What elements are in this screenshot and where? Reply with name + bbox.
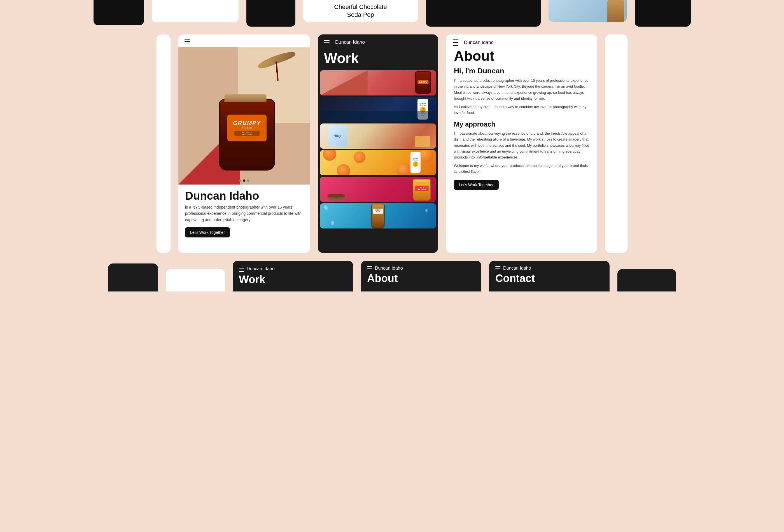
bottom-card-work: Duncan Idaho Work [233, 261, 353, 291]
orange-5 [419, 150, 433, 162]
extra-left-card [157, 34, 170, 253]
top-blue-card [549, 0, 627, 22]
bottom-work-page-title: Work [233, 272, 353, 286]
bottom-extra-right [617, 269, 676, 291]
bottom-card-about: Duncan Idaho About [361, 261, 481, 291]
jar-label: GRUMPY GINGER MALAYSIAN RED CURRY [227, 114, 267, 141]
work-item-1[interactable]: GRUMPY [320, 70, 436, 95]
left-phone-navbar [178, 34, 310, 47]
jar-body: GRUMPY GINGER MALAYSIAN RED CURRY [219, 99, 275, 170]
orange-3 [354, 151, 365, 163]
top-extra-right-dark [635, 0, 691, 27]
welcome-text: Welcome to my world, where your products… [454, 163, 589, 175]
bottom-contact-page-title: Contact [489, 271, 610, 284]
center-phone-navbar: Duncan Idaho [318, 34, 438, 48]
orange-2 [337, 164, 350, 175]
jar-brand: GRUMPY [233, 120, 261, 126]
airly-box: Airly [328, 125, 347, 146]
bottom-ham-2[interactable] [367, 266, 372, 270]
approach-heading: My approach [454, 120, 589, 128]
bottom-ham-1[interactable] [239, 266, 244, 272]
jar-lid [225, 94, 267, 102]
right-cta-button[interactable]: Let's Work Together [454, 180, 499, 190]
intro-heading: Hi, I'm Duncan [454, 67, 589, 75]
about-content-area: About Hi, I'm Duncan I'm a seasoned prod… [446, 49, 597, 197]
center-nav-title: Duncan Idaho [335, 39, 365, 45]
work-item-6[interactable]: GINGERBEER [320, 203, 436, 228]
hero-image-area: GRUMPY GINGER MALAYSIAN RED CURRY [178, 47, 310, 185]
bottom-contact-title: Duncan Idaho [503, 266, 531, 271]
person-name: Duncan Idaho [185, 190, 303, 202]
carousel-dots [239, 179, 249, 182]
top-white-text-card: Cheerful Chocolate Soda Pop [303, 0, 418, 22]
left-phone-body: Duncan Idaho is a NYC-based independent … [178, 185, 310, 244]
hamburger-menu-center[interactable] [324, 40, 330, 44]
center-page-title: Work [318, 48, 438, 70]
top-extra-white-left [152, 0, 239, 22]
right-phone-navbar: Duncan Idaho [446, 34, 597, 49]
right-nav-title: Duncan Idaho [464, 40, 494, 45]
extra-right-card [605, 34, 627, 253]
bottom-extra-left [108, 263, 158, 291]
top-text-1: Cheerful Chocolate [334, 3, 387, 11]
fat-jar: FAT &THE CRACK [413, 179, 431, 201]
intro-text-1: I'm a seasoned product photographer with… [454, 78, 589, 102]
top-text-2: Soda Pop [347, 11, 374, 19]
top-dark-2 [426, 0, 541, 27]
positive-can-center: POSITIVEBeverage 🍊 [411, 152, 421, 173]
work-item-2[interactable]: POSITIVEBeverage 🍊 COMMUNITYBLEND [320, 97, 436, 122]
orange-4 [397, 163, 411, 175]
intro-text-2: As I cultivated my craft, I found a way … [454, 104, 589, 116]
page-background: Cheerful Chocolate Soda Pop [0, 0, 784, 532]
work-item-5[interactable]: FAT &THE CRACK [320, 177, 436, 202]
bottom-extra-white [166, 269, 225, 291]
bottom-card-contact: Duncan Idaho Contact [489, 261, 610, 291]
bottom-about-page-title: About [361, 271, 481, 284]
top-extra-left-dark [93, 0, 144, 25]
person-desc: is a NYC-based independent photographer … [185, 204, 303, 223]
hamburger-menu-left[interactable] [185, 39, 190, 44]
approach-text: I'm passionate about conveying the essen… [454, 131, 589, 161]
jar-sub: GINGER [242, 127, 252, 129]
bottom-about-title: Duncan Idaho [375, 266, 403, 271]
bottom-work-title: Duncan Idaho [247, 266, 275, 271]
bottom-work-navbar: Duncan Idaho [233, 261, 353, 272]
cookie-stack [327, 194, 345, 200]
work-item-4[interactable]: POSITIVEBeverage 🍊 [320, 150, 436, 175]
left-phone-home: GRUMPY GINGER MALAYSIAN RED CURRY [178, 34, 310, 253]
top-dark-1 [246, 0, 296, 27]
work-item-3[interactable]: Airly [320, 123, 436, 149]
orange-1 [323, 150, 336, 161]
left-cta-button[interactable]: Let's Work Together [185, 227, 230, 237]
right-phone-about: Duncan Idaho About Hi, I'm Duncan I'm a … [446, 34, 597, 253]
hamburger-menu-right[interactable] [453, 39, 458, 46]
about-page-title: About [454, 49, 589, 64]
center-phone-work: Duncan Idaho Work GRUMPY POSITIVEBeverag… [318, 34, 438, 253]
ginger-beer-bottle: GINGERBEER [371, 204, 385, 228]
bottom-ham-3[interactable] [495, 266, 500, 270]
work-grid: GRUMPY POSITIVEBeverage 🍊 COMMUNITYBLEND… [318, 70, 438, 231]
